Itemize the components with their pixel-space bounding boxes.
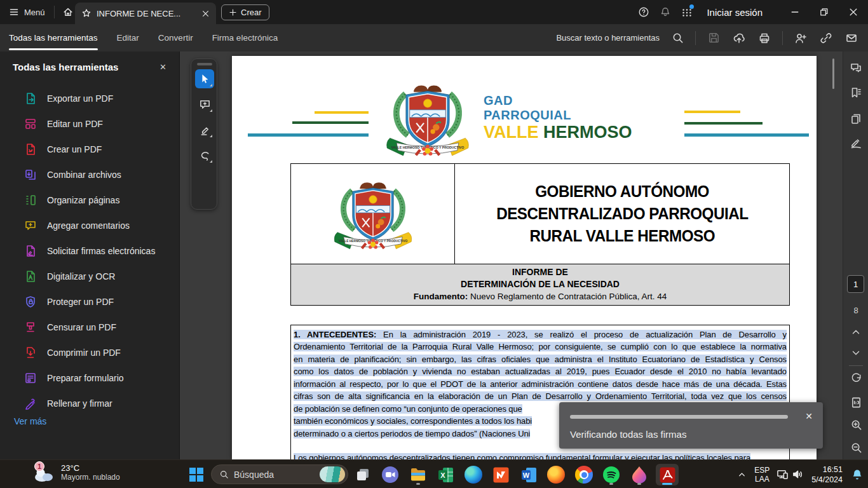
create-button[interactable]: Crear	[221, 4, 269, 20]
chrome-icon	[575, 466, 593, 484]
minimize-button[interactable]	[780, 0, 810, 24]
tray-date: 5/4/2024	[811, 475, 843, 485]
tool-prepare-form[interactable]: Preparar formulario	[0, 365, 179, 391]
tool-add-comments[interactable]: Agregar comentarios	[0, 213, 179, 238]
tool-compress-pdf[interactable]: Comprimir un PDF	[0, 340, 179, 365]
weather-widget[interactable]: 1 23°C Mayorm. nublado	[33, 463, 120, 482]
document-viewer[interactable]: GAD PARROQUIAL VALLE HERMOSO GOBIERNO AU…	[180, 51, 843, 459]
search-button[interactable]	[666, 27, 689, 50]
language-switcher[interactable]: ESP LAA	[754, 466, 770, 484]
select-tool-button[interactable]	[195, 69, 214, 88]
chevron-up-icon	[737, 470, 747, 479]
print-button[interactable]	[753, 27, 776, 50]
hamburger-icon	[9, 7, 19, 17]
add-user-button[interactable]	[789, 27, 812, 50]
tool-label: Crear un PDF	[47, 144, 102, 154]
tool-protect-pdf[interactable]: Proteger un PDF	[0, 289, 179, 315]
email-button[interactable]	[840, 27, 863, 50]
see-more-link[interactable]: Ver más	[14, 416, 46, 426]
app-paint-drop[interactable]	[628, 464, 651, 485]
network-button[interactable]	[775, 460, 790, 488]
zoom-in-button[interactable]	[848, 416, 864, 433]
apps-grid-button[interactable]	[676, 0, 698, 24]
app-task-view[interactable]	[351, 464, 374, 485]
restore-button[interactable]	[810, 0, 839, 24]
app-firefox[interactable]	[545, 464, 567, 485]
tab-esign[interactable]: Firma electrónica	[212, 24, 278, 51]
running-indicator	[609, 483, 613, 485]
scrollbar-thumb[interactable]	[832, 58, 834, 89]
hidden-icons-button[interactable]	[734, 460, 749, 488]
app-file-explorer[interactable]	[407, 464, 430, 485]
page-thumbnails-button[interactable]	[848, 111, 864, 127]
excel-icon: X	[437, 466, 454, 484]
notification-center-button[interactable]	[846, 460, 868, 488]
drag-handle[interactable]	[197, 63, 212, 65]
app-word[interactable]: W	[517, 464, 540, 485]
tool-scan-ocr[interactable]: Digitalizar y OCR	[0, 264, 179, 289]
lasso-tool-button[interactable]	[195, 146, 214, 165]
close-tab-icon[interactable]	[201, 10, 210, 18]
add-comment-tool-button[interactable]	[195, 95, 214, 114]
close-window-button[interactable]	[839, 0, 868, 24]
volume-button[interactable]	[790, 460, 805, 488]
tab-edit[interactable]: Editar	[117, 24, 139, 51]
windows-logo-icon	[189, 468, 203, 482]
app-chat[interactable]	[379, 464, 402, 485]
page-number-input[interactable]: 1	[847, 275, 864, 293]
tool-create-pdf[interactable]: Crear un PDF	[0, 137, 179, 162]
start-button[interactable]	[186, 464, 207, 485]
menu-button[interactable]: Menú	[0, 0, 54, 24]
app-excel[interactable]: X	[434, 464, 457, 485]
previous-page-button[interactable]	[848, 323, 864, 340]
tool-organize-pages[interactable]: Organizar páginas	[0, 187, 179, 213]
highlighter-tool-button[interactable]	[195, 120, 214, 139]
body-line: cifras son de alta significancia en la e…	[294, 390, 787, 402]
active-indicator	[662, 483, 672, 485]
table-title-cell: GOBIERNO AUTÓNOMO DESCENTRALIZADO PARROQ…	[455, 164, 789, 264]
organize-pages-icon	[24, 194, 37, 207]
clock-widget[interactable]: 16:51 5/4/2024	[811, 464, 843, 485]
notification-dot	[689, 4, 694, 9]
tab-all-tools[interactable]: Todas las herramientas	[9, 24, 98, 51]
toast-message: Verificando todas las firmas	[570, 429, 686, 440]
progress-bar	[570, 415, 788, 419]
help-button[interactable]	[633, 0, 654, 24]
document-tab[interactable]: INFORME DE NECE...	[75, 3, 216, 24]
close-toast-button[interactable]: ✕	[803, 410, 815, 423]
close-window-icon	[848, 7, 858, 17]
notifications-button[interactable]	[654, 0, 676, 24]
search-label[interactable]: Buscar texto o herramientas	[556, 33, 660, 43]
report-title-line: DETERMINACIÓN DE LA NECESIDAD	[291, 278, 789, 290]
next-page-button[interactable]	[848, 344, 864, 361]
fit-page-button[interactable]	[848, 394, 864, 410]
taskbar-search[interactable]: Búsqueda	[211, 464, 348, 484]
signatures-panel-button[interactable]	[848, 135, 864, 151]
comments-panel-button[interactable]	[848, 60, 864, 76]
rotate-refresh-button[interactable]	[848, 370, 864, 386]
save-button[interactable]	[702, 27, 725, 50]
tool-edit-pdf[interactable]: Editar un PDF	[0, 111, 179, 137]
tool-combine-files[interactable]: Combinar archivos	[0, 162, 179, 187]
app-spotify[interactable]	[600, 464, 623, 485]
zoom-out-button[interactable]	[848, 439, 864, 456]
app-chrome[interactable]	[573, 464, 595, 485]
edge-icon	[465, 466, 482, 484]
tool-request-signatures[interactable]: Solicitar firmas electrónicas	[0, 238, 179, 264]
tool-fill-sign[interactable]: Rellenar y firmar	[0, 391, 179, 416]
close-panel-button[interactable]: ✕	[157, 60, 169, 74]
share-link-button[interactable]	[815, 27, 837, 50]
app-nitro-pdf[interactable]	[489, 464, 512, 485]
sign-in-button[interactable]: Iniciar sesión	[707, 7, 763, 18]
tool-label: Digitalizar y OCR	[47, 271, 115, 281]
toolbar: Todas las herramientas Editar Convertir …	[0, 24, 868, 51]
tool-redact-pdf[interactable]: Censurar un PDF	[0, 315, 179, 340]
tab-convert[interactable]: Convertir	[158, 24, 193, 51]
app-edge[interactable]	[462, 464, 485, 485]
bookmarks-panel-button[interactable]	[848, 85, 864, 101]
quick-tools-bar[interactable]	[191, 58, 217, 210]
gad-coat-of-arms	[373, 79, 482, 159]
tool-export-pdf[interactable]: Exportar un PDF	[0, 86, 179, 111]
app-acrobat[interactable]	[656, 464, 679, 485]
upload-cloud-button[interactable]	[728, 27, 750, 50]
